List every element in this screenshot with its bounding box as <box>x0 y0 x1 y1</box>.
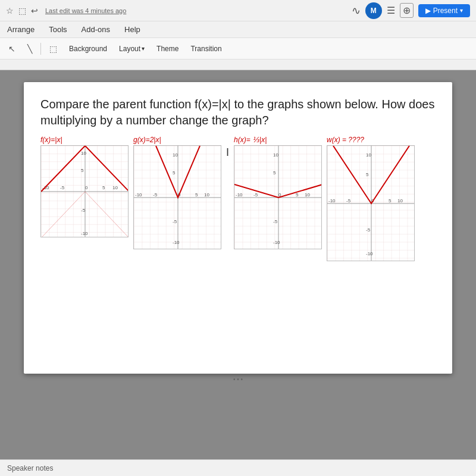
present-button[interactable]: ▶ Present ▾ <box>418 4 470 17</box>
main-area: Compare the parent function f(x)=|x| to … <box>0 70 476 459</box>
background-btn[interactable]: Background <box>65 43 111 54</box>
graph-3-label: h(x)= ⅓|x| <box>234 136 267 144</box>
svg-text:10: 10 <box>397 198 403 203</box>
separator-1 <box>40 43 41 55</box>
menu-addons[interactable]: Add-ons <box>79 24 112 35</box>
top-bar: ☆ ⬚ ↩ Last edit was 4 minutes ago ∿ M ☰ … <box>0 0 476 21</box>
cursor-indicator: I <box>226 136 229 159</box>
svg-text:10: 10 <box>305 192 310 198</box>
graph-1-container: f(x)=|x| 10 <box>40 136 129 237</box>
line-tool[interactable]: ╲ <box>24 43 36 55</box>
svg-text:-5: -5 <box>273 219 278 224</box>
upload-icon[interactable]: ⊕ <box>400 3 414 18</box>
menu-tools[interactable]: Tools <box>46 24 69 35</box>
slide-title: Compare the parent function f(x)=|x| to … <box>40 96 436 129</box>
svg-text:5: 5 <box>173 170 176 176</box>
present-icon: ▶ <box>425 7 431 15</box>
star-icon[interactable]: ☆ <box>6 6 14 15</box>
svg-text:10: 10 <box>273 152 278 158</box>
graph-1-label: f(x)=|x| <box>40 136 62 144</box>
svg-text:10: 10 <box>173 152 178 158</box>
transition-btn[interactable]: Transition <box>187 43 225 54</box>
svg-text:-5: -5 <box>60 185 65 190</box>
svg-text:-10: -10 <box>81 231 88 236</box>
svg-text:-10: -10 <box>366 251 373 256</box>
graph-4-container: w(x) = ???? 10 5 -5 <box>327 136 415 261</box>
graph-2-label: g(x)=2|x| <box>133 136 161 144</box>
graph-2-container: g(x)=2|x| 10 5 -5 -1 <box>133 136 221 249</box>
svg-text:10: 10 <box>366 152 371 158</box>
graph-3-container: h(x)= ⅓|x| 10 5 -5 - <box>234 136 322 249</box>
ruler <box>0 60 476 70</box>
slide[interactable]: Compare the parent function f(x)=|x| to … <box>24 82 452 374</box>
app-logo: M <box>365 2 382 19</box>
graph-2-svg: 10 5 -5 -10 -10 -5 0 5 10 <box>134 146 221 249</box>
theme-btn[interactable]: Theme <box>153 43 182 54</box>
ruler-marks <box>0 60 476 70</box>
slide-icon-btn[interactable]: ⬚ <box>46 43 61 55</box>
svg-text:5: 5 <box>366 172 369 177</box>
grid-icon[interactable]: ☰ <box>387 5 395 16</box>
svg-text:-5: -5 <box>346 198 351 203</box>
layout-btn[interactable]: Layout ▾ <box>115 43 148 54</box>
svg-text:-5: -5 <box>173 219 177 224</box>
svg-text:-10: -10 <box>273 240 280 245</box>
svg-text:5: 5 <box>81 168 84 173</box>
menu-help[interactable]: Help <box>122 24 143 35</box>
svg-text:0: 0 <box>85 185 88 190</box>
graph-1-svg: 10 -10 -5 0 5 10 -10 5 -5 <box>41 146 129 237</box>
curve-icon: ∿ <box>352 4 361 17</box>
graph-3: 10 5 -5 -10 -10 -5 0 5 10 <box>234 145 322 249</box>
svg-text:5: 5 <box>102 185 105 190</box>
select-tool[interactable]: ↖ <box>5 43 19 55</box>
graph-3-svg: 10 5 -5 -10 -10 -5 0 5 10 <box>234 146 322 249</box>
svg-text:5: 5 <box>389 198 392 203</box>
window-controls: ☆ ⬚ ↩ <box>6 6 38 15</box>
svg-text:-5: -5 <box>81 208 86 213</box>
svg-text:-10: -10 <box>173 240 180 245</box>
last-edit-label[interactable]: Last edit was 4 minutes ago <box>45 7 126 14</box>
background-label: Background <box>69 45 107 53</box>
svg-text:-5: -5 <box>366 227 371 233</box>
svg-text:5: 5 <box>296 192 299 198</box>
svg-text:10: 10 <box>81 151 86 156</box>
graph-1: 10 -10 -5 0 5 10 -10 5 -5 <box>40 145 129 237</box>
svg-text:-10: -10 <box>135 192 142 198</box>
svg-text:5: 5 <box>273 170 276 176</box>
menu-arrange[interactable]: Arrange <box>5 24 37 35</box>
svg-text:-10: -10 <box>236 192 243 198</box>
notes-bar[interactable]: Speaker notes <box>0 459 476 476</box>
top-bar-right: ∿ M ☰ ⊕ ▶ Present ▾ <box>352 2 470 19</box>
graph-4-svg: 10 5 -5 -10 -10 -5 0 5 10 <box>327 146 415 261</box>
layout-dropdown-icon: ▾ <box>142 45 145 52</box>
cursor-icon: ↖ <box>8 44 15 54</box>
theme-label: Theme <box>156 45 178 53</box>
svg-text:-10: -10 <box>328 198 336 203</box>
svg-text:-5: -5 <box>253 192 258 198</box>
slide-icon: ⬚ <box>49 44 57 54</box>
layout-label: Layout <box>119 45 140 53</box>
cursor-icon-slide: I <box>226 146 229 159</box>
slide-indicator: • • • <box>231 374 245 385</box>
svg-text:5: 5 <box>195 192 198 198</box>
svg-text:10: 10 <box>112 185 118 190</box>
menu-bar: Arrange Tools Add-ons Help <box>0 21 476 38</box>
folder-icon[interactable]: ⬚ <box>18 6 26 15</box>
transition-label: Transition <box>190 45 221 53</box>
undo-icon[interactable]: ↩ <box>31 6 38 15</box>
graphs-row: f(x)=|x| 10 <box>40 136 436 261</box>
present-dropdown-icon[interactable]: ▾ <box>460 7 463 14</box>
notes-label: Speaker notes <box>7 464 53 472</box>
toolbar: ↖ ╲ ⬚ Background Layout ▾ Theme Transiti… <box>0 38 476 60</box>
svg-text:-5: -5 <box>153 192 158 198</box>
svg-text:10: 10 <box>204 192 209 198</box>
graph-2: 10 5 -5 -10 -10 -5 0 5 10 <box>133 145 221 249</box>
graph-4-label: w(x) = ???? <box>327 136 364 144</box>
graph-4: 10 5 -5 -10 -10 -5 0 5 10 <box>327 145 415 261</box>
line-icon: ╲ <box>27 44 32 54</box>
